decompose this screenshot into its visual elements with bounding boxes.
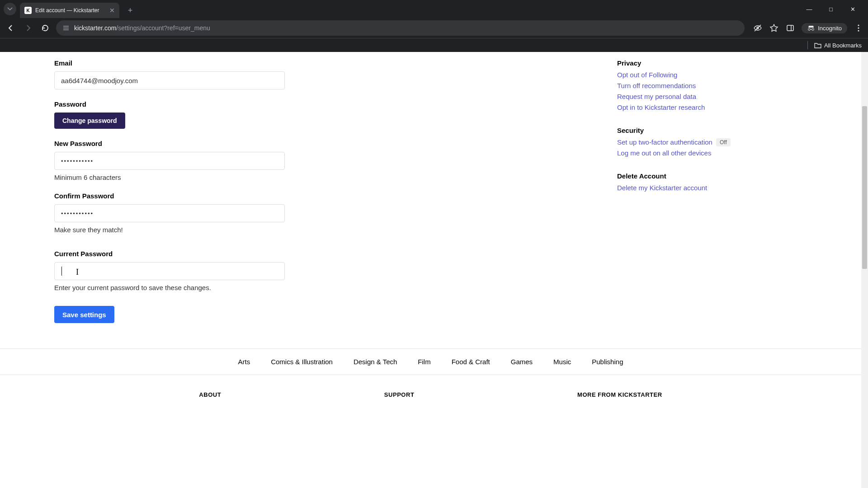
new-tab-button[interactable]: + (124, 4, 137, 17)
email-input[interactable] (54, 71, 285, 89)
favicon-icon: K (24, 7, 32, 14)
security-link-twofa[interactable]: Set up two-factor authentication (617, 137, 712, 148)
privacy-link-opt-in-research[interactable]: Opt in to Kickstarter research (617, 102, 807, 113)
page-viewport: Email Password Change password New Passw… (0, 52, 868, 488)
folder-icon (814, 42, 821, 48)
delete-account-section: Delete Account Delete my Kickstarter acc… (617, 172, 807, 193)
address-bar-actions: Incognito (753, 23, 863, 33)
current-password-helper: Enter your current password to save thes… (54, 284, 362, 291)
footer-col-more: MORE FROM KICKSTARTER (577, 391, 662, 398)
privacy-link-request-data[interactable]: Request my personal data (617, 91, 807, 102)
new-password-group: New Password Minimum 6 characters (54, 140, 362, 181)
footer-nav-publishing[interactable]: Publishing (592, 358, 623, 366)
svg-point-9 (858, 30, 859, 31)
browser-chrome: K Edit account — Kickstarter ✕ + ― □ ✕ k… (0, 0, 868, 52)
side-panel-icon[interactable] (785, 23, 795, 33)
email-label: Email (54, 59, 362, 67)
separator (807, 41, 808, 49)
browser-tab[interactable]: K Edit account — Kickstarter ✕ (20, 3, 119, 18)
footer-columns: ABOUT SUPPORT MORE FROM KICKSTARTER (0, 375, 861, 398)
site-info-icon[interactable] (62, 24, 70, 32)
footer-nav-games[interactable]: Games (511, 358, 533, 366)
all-bookmarks-button[interactable]: All Bookmarks (814, 42, 862, 49)
tab-title: Edit account — Kickstarter (35, 7, 106, 14)
footer-col-about: ABOUT (199, 391, 221, 398)
security-section: Security Set up two-factor authenticatio… (617, 127, 807, 159)
footer-col-support: SUPPORT (384, 391, 414, 398)
tab-search-button[interactable] (4, 3, 16, 15)
footer-nav-food-craft[interactable]: Food & Craft (452, 358, 490, 366)
tab-close-button[interactable]: ✕ (109, 7, 115, 14)
current-password-label: Current Password (54, 250, 362, 258)
bookmark-star-icon[interactable] (769, 23, 779, 33)
address-bar: kickstarter.com/settings/account?ref=use… (0, 18, 868, 38)
reload-button[interactable] (39, 22, 52, 34)
delete-account-heading: Delete Account (617, 172, 807, 180)
svg-point-8 (858, 27, 859, 28)
svg-point-5 (812, 28, 814, 31)
incognito-badge[interactable]: Incognito (802, 23, 847, 33)
vertical-scrollbar[interactable] (861, 52, 868, 488)
security-link-logout-all[interactable]: Log me out on all other devices (617, 148, 807, 159)
maximize-button[interactable]: □ (826, 6, 836, 13)
footer-nav-music[interactable]: Music (553, 358, 571, 366)
eye-off-icon[interactable] (753, 23, 763, 33)
text-cursor-icon: I (76, 267, 79, 277)
account-form: Email Password Change password New Passw… (54, 59, 362, 323)
confirm-password-helper: Make sure they match! (54, 226, 362, 234)
footer-nav-comics[interactable]: Comics & Illustration (271, 358, 333, 366)
new-password-label: New Password (54, 140, 362, 147)
svg-rect-2 (787, 25, 793, 31)
security-heading: Security (617, 127, 807, 134)
footer-category-nav: Arts Comics & Illustration Design & Tech… (0, 348, 861, 375)
password-label: Password (54, 100, 362, 108)
forward-button[interactable] (22, 22, 34, 34)
tab-bar: K Edit account — Kickstarter ✕ + ― □ ✕ (0, 0, 868, 18)
close-window-button[interactable]: ✕ (847, 6, 858, 13)
privacy-section: Privacy Opt out of Following Turn off re… (617, 59, 807, 113)
scrollbar-thumb[interactable] (862, 106, 867, 269)
privacy-link-turn-off-recommendations[interactable]: Turn off recommendations (617, 80, 807, 91)
new-password-input[interactable] (54, 152, 285, 170)
footer-nav-design-tech[interactable]: Design & Tech (354, 358, 397, 366)
arrow-left-icon (7, 24, 15, 32)
confirm-password-label: Confirm Password (54, 192, 362, 200)
bookmarks-bar: All Bookmarks (0, 38, 868, 52)
incognito-label: Incognito (818, 25, 842, 32)
twofa-status-badge: Off (716, 138, 731, 146)
reload-icon (41, 24, 49, 32)
incognito-icon (807, 25, 815, 31)
chevron-down-icon (7, 6, 13, 12)
current-password-group: Current Password I Enter your current pa… (54, 250, 362, 291)
chrome-menu-button[interactable] (854, 23, 863, 33)
url-input[interactable]: kickstarter.com/settings/account?ref=use… (56, 20, 745, 36)
save-settings-button[interactable]: Save settings (54, 306, 114, 323)
new-password-helper: Minimum 6 characters (54, 174, 362, 181)
confirm-password-input[interactable] (54, 204, 285, 222)
page-content: Email Password Change password New Passw… (0, 52, 861, 398)
url-text: kickstarter.com/settings/account?ref=use… (74, 24, 210, 32)
settings-sidebar: Privacy Opt out of Following Turn off re… (617, 59, 807, 323)
current-password-input[interactable] (54, 262, 285, 280)
confirm-password-group: Confirm Password Make sure they match! (54, 192, 362, 234)
footer-nav-film[interactable]: Film (418, 358, 430, 366)
window-controls: ― □ ✕ (804, 6, 864, 13)
svg-point-7 (858, 24, 859, 26)
back-button[interactable] (5, 22, 17, 34)
email-group: Email (54, 59, 362, 89)
footer-nav-arts[interactable]: Arts (238, 358, 250, 366)
all-bookmarks-label: All Bookmarks (824, 42, 862, 49)
svg-point-4 (808, 28, 811, 31)
minimize-button[interactable]: ― (804, 6, 815, 13)
password-group: Password Change password (54, 100, 362, 129)
privacy-heading: Privacy (617, 59, 807, 67)
delete-account-link[interactable]: Delete my Kickstarter account (617, 183, 807, 193)
change-password-button[interactable]: Change password (54, 113, 125, 129)
arrow-right-icon (24, 24, 32, 32)
privacy-link-opt-out-following[interactable]: Opt out of Following (617, 70, 807, 80)
text-caret (61, 267, 62, 276)
